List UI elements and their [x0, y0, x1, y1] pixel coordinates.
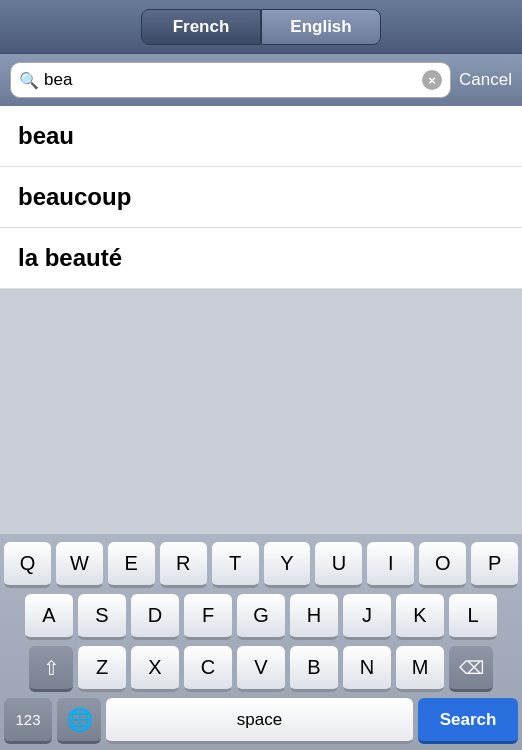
key-d[interactable]: D	[131, 594, 179, 640]
tab-bar: French English	[0, 0, 522, 54]
key-l[interactable]: L	[449, 594, 497, 640]
key-row-3: ⇧ Z X C V B N M ⌫	[4, 646, 518, 692]
cancel-button[interactable]: Cancel	[459, 70, 512, 90]
key-o[interactable]: O	[419, 542, 466, 588]
key-row-2: A S D F G H J K L	[4, 594, 518, 640]
key-b[interactable]: B	[290, 646, 338, 692]
key-y[interactable]: Y	[264, 542, 311, 588]
key-f[interactable]: F	[184, 594, 232, 640]
suggestions-list: beau beaucoup la beauté	[0, 106, 522, 289]
key-k[interactable]: K	[396, 594, 444, 640]
key-g[interactable]: G	[237, 594, 285, 640]
key-row-bottom: 123 🌐 space Search	[4, 698, 518, 744]
suggestion-item[interactable]: la beauté	[0, 228, 522, 288]
suggestion-item[interactable]: beaucoup	[0, 167, 522, 228]
tab-english[interactable]: English	[261, 9, 381, 45]
key-s[interactable]: S	[78, 594, 126, 640]
search-key[interactable]: Search	[418, 698, 518, 744]
num-key[interactable]: 123	[4, 698, 52, 744]
key-c[interactable]: C	[184, 646, 232, 692]
search-bar: 🔍 × Cancel	[0, 54, 522, 106]
key-t[interactable]: T	[212, 542, 259, 588]
key-z[interactable]: Z	[78, 646, 126, 692]
clear-button[interactable]: ×	[422, 70, 442, 90]
search-icon: 🔍	[19, 71, 39, 90]
key-p[interactable]: P	[471, 542, 518, 588]
shift-key[interactable]: ⇧	[29, 646, 73, 692]
key-u[interactable]: U	[315, 542, 362, 588]
key-v[interactable]: V	[237, 646, 285, 692]
key-h[interactable]: H	[290, 594, 338, 640]
search-field-wrap: 🔍 ×	[10, 62, 451, 98]
key-q[interactable]: Q	[4, 542, 51, 588]
key-e[interactable]: E	[108, 542, 155, 588]
delete-key[interactable]: ⌫	[449, 646, 493, 692]
space-key[interactable]: space	[106, 698, 413, 744]
key-row-1: Q W E R T Y U I O P	[4, 542, 518, 588]
key-x[interactable]: X	[131, 646, 179, 692]
globe-key[interactable]: 🌐	[57, 698, 101, 744]
tab-french[interactable]: French	[141, 9, 261, 45]
key-j[interactable]: J	[343, 594, 391, 640]
key-n[interactable]: N	[343, 646, 391, 692]
keyboard: Q W E R T Y U I O P A S D F G H J K L ⇧ …	[0, 534, 522, 750]
key-r[interactable]: R	[160, 542, 207, 588]
key-w[interactable]: W	[56, 542, 103, 588]
suggestion-item[interactable]: beau	[0, 106, 522, 167]
key-i[interactable]: I	[367, 542, 414, 588]
key-a[interactable]: A	[25, 594, 73, 640]
search-input[interactable]	[44, 70, 422, 90]
key-m[interactable]: M	[396, 646, 444, 692]
